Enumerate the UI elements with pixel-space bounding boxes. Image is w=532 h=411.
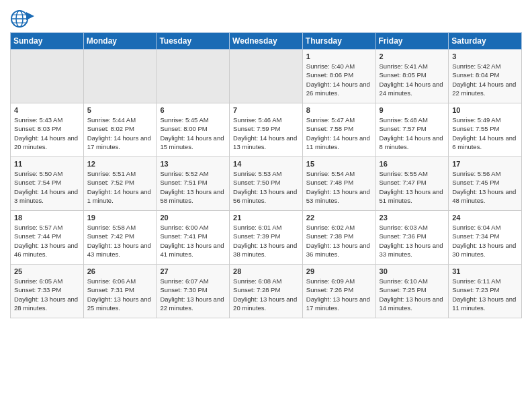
day-number: 5 [87, 106, 153, 114]
cell-info: Sunrise: 6:02 AMSunset: 7:38 PMDaylight:… [306, 223, 372, 259]
cell-info: Sunrise: 5:56 AMSunset: 7:45 PMDaylight:… [452, 169, 518, 205]
cell-info: Sunrise: 6:05 AMSunset: 7:33 PMDaylight:… [14, 277, 80, 312]
calendar-cell: 18Sunrise: 5:57 AMSunset: 7:44 PMDayligh… [11, 211, 84, 265]
calendar-cell: 16Sunrise: 5:55 AMSunset: 7:47 PMDayligh… [375, 157, 449, 211]
day-number: 9 [380, 106, 445, 114]
calendar-cell: 8Sunrise: 5:47 AMSunset: 7:58 PMDaylight… [302, 103, 375, 157]
calendar-cell: 11Sunrise: 5:50 AMSunset: 7:54 PMDayligh… [11, 157, 84, 211]
calendar-cell: 26Sunrise: 6:06 AMSunset: 7:31 PMDayligh… [83, 265, 157, 318]
day-number: 12 [87, 160, 153, 168]
cell-info: Sunrise: 5:46 AMSunset: 7:59 PMDaylight:… [233, 116, 299, 151]
day-number: 1 [306, 52, 372, 60]
calendar-week-row: 18Sunrise: 5:57 AMSunset: 7:44 PMDayligh… [11, 211, 522, 265]
calendar-cell: 22Sunrise: 6:02 AMSunset: 7:38 PMDayligh… [302, 211, 375, 265]
cell-info: Sunrise: 5:44 AMSunset: 8:02 PMDaylight:… [87, 116, 153, 151]
cell-info: Sunrise: 5:40 AMSunset: 8:06 PMDaylight:… [306, 62, 372, 97]
calendar-cell: 27Sunrise: 6:07 AMSunset: 7:30 PMDayligh… [157, 265, 230, 318]
day-number: 3 [452, 52, 518, 60]
day-number: 29 [306, 267, 372, 275]
cell-info: Sunrise: 6:01 AMSunset: 7:39 PMDaylight:… [233, 223, 299, 259]
cell-info: Sunrise: 6:00 AMSunset: 7:41 PMDaylight:… [160, 223, 226, 259]
calendar-cell: 29Sunrise: 6:09 AMSunset: 7:26 PMDayligh… [302, 265, 375, 318]
calendar-cell: 30Sunrise: 6:10 AMSunset: 7:25 PMDayligh… [375, 265, 449, 318]
day-number: 24 [452, 214, 518, 222]
calendar-week-row: 4Sunrise: 5:43 AMSunset: 8:03 PMDaylight… [11, 103, 522, 157]
cell-info: Sunrise: 5:54 AMSunset: 7:48 PMDaylight:… [306, 169, 372, 205]
calendar-cell: 9Sunrise: 5:48 AMSunset: 7:57 PMDaylight… [375, 103, 449, 157]
calendar-cell: 14Sunrise: 5:53 AMSunset: 7:50 PMDayligh… [230, 157, 303, 211]
cell-info: Sunrise: 5:41 AMSunset: 8:05 PMDaylight:… [380, 62, 445, 97]
calendar-cell: 10Sunrise: 5:49 AMSunset: 7:55 PMDayligh… [449, 103, 522, 157]
cell-info: Sunrise: 6:04 AMSunset: 7:34 PMDaylight:… [452, 223, 518, 259]
cell-info: Sunrise: 6:06 AMSunset: 7:31 PMDaylight:… [87, 277, 153, 312]
svg-marker-5 [26, 12, 34, 20]
day-number: 23 [380, 214, 445, 222]
calendar-cell: 28Sunrise: 6:08 AMSunset: 7:28 PMDayligh… [230, 265, 303, 318]
calendar-cell: 25Sunrise: 6:05 AMSunset: 7:33 PMDayligh… [11, 265, 84, 318]
cell-info: Sunrise: 5:49 AMSunset: 7:55 PMDaylight:… [452, 116, 518, 151]
cell-info: Sunrise: 6:07 AMSunset: 7:30 PMDaylight:… [160, 277, 226, 312]
cell-info: Sunrise: 5:58 AMSunset: 7:42 PMDaylight:… [87, 223, 153, 259]
day-number: 8 [306, 106, 372, 114]
day-number: 26 [87, 267, 153, 275]
cell-info: Sunrise: 5:42 AMSunset: 8:04 PMDaylight:… [452, 62, 518, 97]
day-number: 4 [14, 106, 80, 114]
day-number: 15 [306, 160, 372, 168]
calendar-cell: 12Sunrise: 5:51 AMSunset: 7:52 PMDayligh… [83, 157, 157, 211]
weekday-header-saturday: Saturday [449, 33, 522, 50]
calendar-table: SundayMondayTuesdayWednesdayThursdayFrid… [10, 32, 522, 318]
cell-info: Sunrise: 5:43 AMSunset: 8:03 PMDaylight:… [14, 116, 80, 151]
calendar-cell: 15Sunrise: 5:54 AMSunset: 7:48 PMDayligh… [302, 157, 375, 211]
cell-info: Sunrise: 6:08 AMSunset: 7:28 PMDaylight:… [233, 277, 299, 312]
day-number: 7 [233, 106, 299, 114]
day-number: 13 [160, 160, 226, 168]
calendar-cell: 24Sunrise: 6:04 AMSunset: 7:34 PMDayligh… [449, 211, 522, 265]
calendar-cell: 31Sunrise: 6:11 AMSunset: 7:23 PMDayligh… [449, 265, 522, 318]
cell-info: Sunrise: 6:09 AMSunset: 7:26 PMDaylight:… [306, 277, 372, 312]
calendar-cell: 5Sunrise: 5:44 AMSunset: 8:02 PMDaylight… [83, 103, 157, 157]
cell-info: Sunrise: 6:03 AMSunset: 7:36 PMDaylight:… [380, 223, 445, 259]
weekday-header-thursday: Thursday [302, 33, 375, 50]
logo [10, 9, 36, 28]
calendar-week-row: 11Sunrise: 5:50 AMSunset: 7:54 PMDayligh… [11, 157, 522, 211]
day-number: 21 [233, 214, 299, 222]
cell-info: Sunrise: 5:57 AMSunset: 7:44 PMDaylight:… [14, 223, 80, 259]
day-number: 14 [233, 160, 299, 168]
cell-info: Sunrise: 5:53 AMSunset: 7:50 PMDaylight:… [233, 169, 299, 205]
day-number: 16 [380, 160, 445, 168]
calendar-cell: 4Sunrise: 5:43 AMSunset: 8:03 PMDaylight… [11, 103, 84, 157]
day-number: 18 [14, 214, 80, 222]
weekday-header-sunday: Sunday [11, 33, 84, 50]
calendar-week-row: 1Sunrise: 5:40 AMSunset: 8:06 PMDaylight… [11, 50, 522, 103]
day-number: 20 [160, 214, 226, 222]
calendar-cell: 2Sunrise: 5:41 AMSunset: 8:05 PMDaylight… [375, 50, 449, 103]
day-number: 31 [452, 267, 518, 275]
day-number: 27 [160, 267, 226, 275]
weekday-header-row: SundayMondayTuesdayWednesdayThursdayFrid… [11, 33, 522, 50]
cell-info: Sunrise: 6:11 AMSunset: 7:23 PMDaylight:… [452, 277, 518, 312]
calendar-cell [11, 50, 84, 103]
calendar-cell: 17Sunrise: 5:56 AMSunset: 7:45 PMDayligh… [449, 157, 522, 211]
calendar-cell: 6Sunrise: 5:45 AMSunset: 8:00 PMDaylight… [157, 103, 230, 157]
calendar-cell: 13Sunrise: 5:52 AMSunset: 7:51 PMDayligh… [157, 157, 230, 211]
calendar-week-row: 25Sunrise: 6:05 AMSunset: 7:33 PMDayligh… [11, 265, 522, 318]
day-number: 10 [452, 106, 518, 114]
day-number: 25 [14, 267, 80, 275]
weekday-header-monday: Monday [83, 33, 157, 50]
weekday-header-friday: Friday [375, 33, 449, 50]
day-number: 22 [306, 214, 372, 222]
cell-info: Sunrise: 5:47 AMSunset: 7:58 PMDaylight:… [306, 116, 372, 151]
day-number: 19 [87, 214, 153, 222]
cell-info: Sunrise: 5:50 AMSunset: 7:54 PMDaylight:… [14, 169, 80, 205]
calendar-cell: 19Sunrise: 5:58 AMSunset: 7:42 PMDayligh… [83, 211, 157, 265]
day-number: 6 [160, 106, 226, 114]
cell-info: Sunrise: 5:55 AMSunset: 7:47 PMDaylight:… [380, 169, 445, 205]
header [10, 7, 522, 28]
calendar-cell [230, 50, 303, 103]
weekday-header-wednesday: Wednesday [230, 33, 303, 50]
calendar-cell: 1Sunrise: 5:40 AMSunset: 8:06 PMDaylight… [302, 50, 375, 103]
cell-info: Sunrise: 5:45 AMSunset: 8:00 PMDaylight:… [160, 116, 226, 151]
calendar-cell: 20Sunrise: 6:00 AMSunset: 7:41 PMDayligh… [157, 211, 230, 265]
calendar-cell: 21Sunrise: 6:01 AMSunset: 7:39 PMDayligh… [230, 211, 303, 265]
weekday-header-tuesday: Tuesday [157, 33, 230, 50]
